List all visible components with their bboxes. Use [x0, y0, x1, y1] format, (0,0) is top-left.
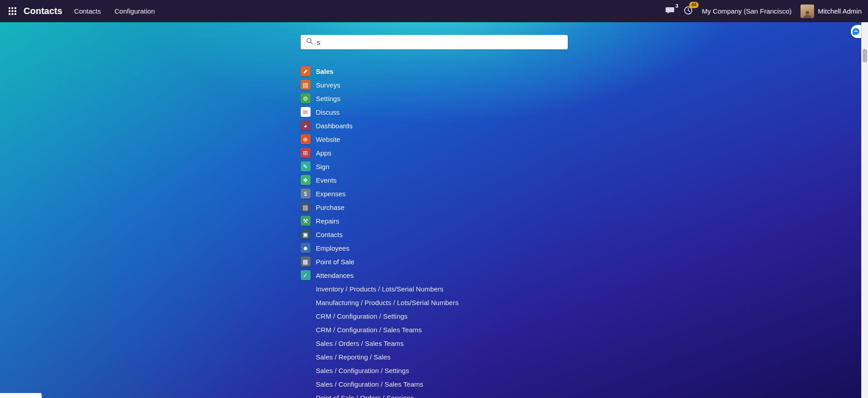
- app-label: Repairs: [316, 217, 340, 225]
- menu-contacts[interactable]: Contacts: [74, 1, 101, 21]
- app-label: Employees: [316, 244, 350, 252]
- menu-path-label: Sales / Configuration / Sales Teams: [316, 380, 423, 388]
- app-label: Dashboards: [316, 122, 353, 130]
- app-result-row[interactable]: ✓ Attendances: [301, 268, 568, 282]
- menu-path-row[interactable]: Manufacturing / Products / Lots/Serial N…: [301, 296, 568, 309]
- app-icon-glyph: ▤: [302, 82, 308, 88]
- app-label: Sign: [316, 163, 330, 170]
- app-icon-glyph: ❖: [303, 177, 308, 183]
- app-search-box: [301, 35, 568, 49]
- app-label: Apps: [316, 149, 331, 157]
- app-label: Point of Sale: [316, 258, 355, 266]
- app-label: Contacts: [316, 231, 343, 238]
- user-menu[interactable]: Mitchell Admin: [801, 5, 862, 18]
- app-result-row[interactable]: ⚙ Settings: [301, 92, 568, 105]
- menu-path-label: Point of Sale / Orders / Sessions: [316, 394, 414, 398]
- app-menu-bar: Contacts Configuration: [74, 1, 155, 21]
- app-icon-glyph: ◕: [304, 123, 307, 129]
- app-result-row[interactable]: ▣ Contacts: [301, 228, 568, 241]
- app-result-row[interactable]: ☻ Employees: [301, 241, 568, 255]
- chat-bubble-icon: [666, 6, 675, 16]
- app-icon: ▤: [301, 80, 311, 90]
- app-icon-glyph: ✉: [303, 109, 308, 115]
- app-icon: ▦: [301, 257, 311, 267]
- app-result-row[interactable]: ✎ Sign: [301, 160, 568, 173]
- menu-configuration[interactable]: Configuration: [115, 1, 155, 21]
- app-label: Settings: [316, 95, 340, 102]
- app-label: Discuss: [316, 108, 340, 116]
- menu-path-row[interactable]: Inventory / Products / Lots/Serial Numbe…: [301, 282, 568, 296]
- support-tab[interactable]: [851, 25, 861, 38]
- app-result-row[interactable]: ❖ Events: [301, 173, 568, 187]
- app-label: Surveys: [316, 81, 340, 89]
- menu-path-row[interactable]: CRM / Configuration / Sales Teams: [301, 323, 568, 336]
- app-icon-glyph: ▣: [302, 232, 308, 238]
- app-result-row[interactable]: ▥ Purchase: [301, 200, 568, 214]
- avatar: [801, 5, 814, 18]
- app-icon: ⚙: [301, 93, 311, 103]
- menu-path-label: Sales / Orders / Sales Teams: [316, 340, 404, 347]
- messages-button[interactable]: 3: [666, 6, 675, 16]
- app-icon-glyph: ⚒: [303, 218, 308, 224]
- menu-path-row[interactable]: Sales / Configuration / Settings: [301, 364, 568, 377]
- topbar-right: 3 44 My Company (San Francisco) Mitchell…: [666, 5, 862, 18]
- app-icon: ✉: [301, 107, 311, 117]
- app-results-list: ⬈ Sales ▤ Surveys ⚙ Settings ✉ Discuss ◕…: [301, 64, 568, 282]
- menu-path-label: Sales / Reporting / Sales: [316, 353, 391, 361]
- topbar: Contacts Contacts Configuration 3 44 My …: [0, 0, 868, 22]
- menu-path-row[interactable]: Sales / Orders / Sales Teams: [301, 336, 568, 350]
- app-label: Website: [316, 136, 340, 143]
- livechat-icon: [853, 28, 859, 35]
- app-result-row[interactable]: ◕ Dashboards: [301, 119, 568, 132]
- app-label: Purchase: [316, 204, 345, 211]
- app-icon-glyph: $: [304, 191, 307, 197]
- search-icon: [306, 38, 313, 47]
- app-result-row[interactable]: ⊕ Website: [301, 132, 568, 146]
- apps-grid-icon[interactable]: [5, 5, 19, 18]
- app-icon-glyph: ⚙: [303, 96, 308, 102]
- app-result-row[interactable]: ⚒ Repairs: [301, 214, 568, 228]
- app-label: Sales: [316, 68, 334, 75]
- menu-path-label: CRM / Configuration / Settings: [316, 312, 408, 320]
- app-icon: ✓: [301, 270, 311, 280]
- app-icon-glyph: ⬈: [303, 68, 308, 74]
- menu-path-label: CRM / Configuration / Sales Teams: [316, 326, 422, 334]
- app-icon: ⚒: [301, 216, 311, 226]
- app-icon: ⊞: [301, 148, 311, 158]
- app-result-row[interactable]: ✉ Discuss: [301, 105, 568, 119]
- menu-path-row[interactable]: Sales / Reporting / Sales: [301, 350, 568, 364]
- activities-button[interactable]: 44: [684, 6, 693, 17]
- app-icon-glyph: ☻: [302, 245, 309, 251]
- activities-badge: 44: [689, 2, 699, 8]
- current-app-title[interactable]: Contacts: [24, 6, 62, 16]
- home-menu-column: ⬈ Sales ▤ Surveys ⚙ Settings ✉ Discuss ◕…: [301, 35, 568, 398]
- home-menu-overlay: ⬈ Sales ▤ Surveys ⚙ Settings ✉ Discuss ◕…: [0, 0, 868, 398]
- app-result-row[interactable]: ▦ Point of Sale: [301, 255, 568, 268]
- scrollbar-track[interactable]: [861, 22, 868, 398]
- scrollbar-thumb[interactable]: [863, 49, 867, 63]
- app-result-row[interactable]: ⊞ Apps: [301, 146, 568, 160]
- app-icon: ⊕: [301, 134, 311, 144]
- app-icon-glyph: ⊞: [303, 150, 308, 156]
- messages-badge: 3: [676, 3, 678, 9]
- app-icon: ⬈: [301, 66, 311, 76]
- menu-path-row[interactable]: CRM / Configuration / Settings: [301, 309, 568, 323]
- app-result-row[interactable]: ⬈ Sales: [301, 64, 568, 78]
- app-result-row[interactable]: $ Expenses: [301, 187, 568, 200]
- menu-path-results-list: Inventory / Products / Lots/Serial Numbe…: [301, 282, 568, 398]
- app-label: Expenses: [316, 190, 346, 198]
- app-label: Events: [316, 176, 337, 184]
- app-result-row[interactable]: ▤ Surveys: [301, 78, 568, 92]
- menu-path-row[interactable]: Sales / Configuration / Sales Teams: [301, 377, 568, 391]
- app-icon-glyph: ⊕: [303, 136, 308, 142]
- app-icon-glyph: ✎: [303, 164, 308, 170]
- menu-path-label: Sales / Configuration / Settings: [316, 367, 409, 374]
- app-icon: ◕: [301, 121, 311, 131]
- app-icon-glyph: ▦: [302, 259, 308, 265]
- menu-path-row[interactable]: Point of Sale / Orders / Sessions: [301, 391, 568, 398]
- app-search-input[interactable]: [317, 35, 564, 49]
- app-icon: $: [301, 189, 311, 199]
- company-switcher[interactable]: My Company (San Francisco): [702, 7, 791, 15]
- statusbar-tooltip: [0, 393, 42, 398]
- user-name: Mitchell Admin: [818, 7, 862, 15]
